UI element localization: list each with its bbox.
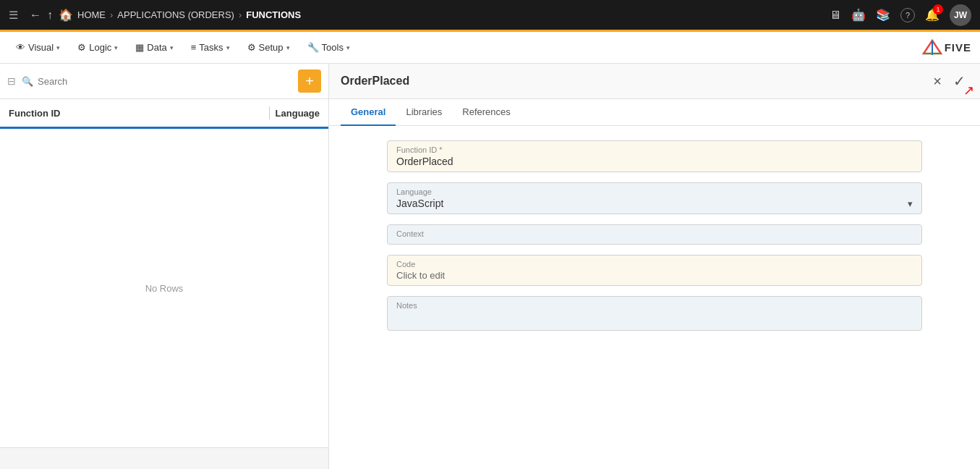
detail-panel: OrderPlaced × ✓ ↗ General Libraries Refe…	[329, 64, 980, 469]
hamburger-icon[interactable]: ☰	[9, 9, 18, 22]
avatar[interactable]: JW	[950, 4, 971, 26]
code-label: Code	[396, 260, 913, 269]
sidebar-header: Function ID Language	[0, 99, 328, 129]
sec-nav-items: 👁 Visual ▾ ⚙ Logic ▾ ▦ Data ▾ ≡ Tasks ▾ …	[9, 38, 357, 57]
function-id-label: Function ID *	[396, 145, 913, 154]
chevron-down-icon-tasks: ▾	[226, 44, 230, 51]
chevron-down-icon-data: ▾	[170, 44, 174, 51]
code-wrap[interactable]: Code Click to edit	[387, 255, 922, 286]
search-input-wrap: 🔍	[22, 76, 292, 87]
breadcrumb: 🏠 HOME › APPLICATIONS (ORDERS) › FUNCTIO…	[59, 8, 301, 22]
monitor-icon[interactable]: 🖥	[830, 9, 841, 22]
function-id-value: OrderPlaced	[396, 156, 913, 167]
tab-references[interactable]: References	[452, 99, 520, 126]
col-divider	[269, 106, 270, 119]
notes-label: Notes	[396, 301, 913, 310]
nav-setup[interactable]: ⚙ Setup ▾	[240, 38, 297, 57]
secondary-nav: 👁 Visual ▾ ⚙ Logic ▾ ▦ Data ▾ ≡ Tasks ▾ …	[0, 32, 980, 64]
chevron-down-icon-language: ▾	[908, 198, 913, 209]
notes-field: Notes	[387, 296, 922, 331]
col-language: Language	[276, 108, 320, 119]
nav-logic[interactable]: ⚙ Logic ▾	[70, 38, 125, 57]
setup-icon: ⚙	[247, 42, 256, 53]
language-select-wrap: JavaScript ▾	[396, 198, 913, 209]
detail-actions: × ✓ ↗	[930, 71, 968, 91]
sidebar-search-bar: ⊟ 🔍 +	[0, 64, 328, 99]
back-icon[interactable]: ←	[30, 9, 41, 22]
notes-wrap[interactable]: Notes	[387, 296, 922, 331]
breadcrumb-sep-2: ›	[239, 9, 242, 20]
check-button[interactable]: ✓	[950, 71, 968, 91]
sidebar-body: No Rows	[0, 129, 328, 447]
nav-tools-label: Tools	[322, 42, 344, 53]
main-area: ⊟ 🔍 + Function ID Language No Rows Order…	[0, 64, 980, 469]
add-button[interactable]: +	[298, 69, 321, 93]
robot-icon[interactable]: 🤖	[851, 8, 866, 22]
close-button[interactable]: ×	[930, 72, 945, 91]
language-wrap[interactable]: Language JavaScript ▾	[387, 182, 922, 214]
nav-visual-label: Visual	[28, 42, 54, 53]
context-label: Context	[396, 229, 913, 238]
five-logo-text: FIVE	[945, 41, 971, 54]
breadcrumb-home[interactable]: HOME	[77, 9, 106, 20]
eye-icon: 👁	[16, 42, 25, 53]
language-value: JavaScript	[396, 198, 443, 209]
help-icon[interactable]: ?	[900, 8, 915, 22]
search-input[interactable]	[38, 76, 292, 87]
filter-icon: ⊟	[7, 75, 16, 87]
tab-libraries[interactable]: Libraries	[396, 99, 452, 126]
col-function-id: Function ID	[9, 108, 263, 119]
data-icon: ▦	[135, 42, 144, 53]
nav-tasks[interactable]: ≡ Tasks ▾	[184, 38, 237, 57]
breadcrumb-orders[interactable]: APPLICATIONS (ORDERS)	[117, 9, 234, 20]
top-bar-left: ☰ ← ↑ 🏠 HOME › APPLICATIONS (ORDERS) › F…	[9, 8, 301, 22]
sidebar-footer	[0, 447, 328, 469]
logic-icon: ⚙	[77, 42, 86, 53]
function-id-field: Function ID * OrderPlaced	[387, 140, 922, 172]
context-wrap[interactable]: Context	[387, 224, 922, 245]
breadcrumb-functions[interactable]: FUNCTIONS	[246, 9, 301, 20]
nav-logic-label: Logic	[89, 42, 111, 53]
nav-tasks-label: Tasks	[199, 42, 223, 53]
context-field: Context	[387, 224, 922, 245]
top-bar-right: 🖥 🤖 📚 ? 🔔 1 JW	[830, 4, 971, 26]
check-btn-wrap: ✓ ↗	[950, 71, 968, 91]
nav-visual[interactable]: 👁 Visual ▾	[9, 38, 67, 57]
language-label: Language	[396, 187, 913, 196]
form-area: Function ID * OrderPlaced Language JavaS…	[329, 126, 980, 469]
breadcrumb-sep-1: ›	[110, 9, 113, 20]
nav-tools[interactable]: 🔧 Tools ▾	[300, 38, 357, 57]
language-field: Language JavaScript ▾	[387, 182, 922, 214]
chevron-down-icon: ▾	[56, 44, 60, 51]
up-icon[interactable]: ↑	[47, 9, 53, 22]
search-icon: 🔍	[22, 76, 33, 87]
home-icon[interactable]: 🏠	[59, 8, 73, 22]
five-logo-icon	[922, 39, 942, 56]
top-bar: ☰ ← ↑ 🏠 HOME › APPLICATIONS (ORDERS) › F…	[0, 0, 980, 32]
notification-bell[interactable]: 🔔 1	[925, 8, 939, 22]
no-rows-message: No Rows	[145, 283, 184, 294]
books-icon[interactable]: 📚	[876, 8, 890, 22]
sidebar: ⊟ 🔍 + Function ID Language No Rows	[0, 64, 329, 469]
detail-header: OrderPlaced × ✓ ↗	[329, 64, 980, 99]
chevron-down-icon-setup: ▾	[286, 44, 290, 51]
tabs: General Libraries References	[329, 99, 980, 126]
tab-general[interactable]: General	[341, 99, 396, 126]
nav-setup-label: Setup	[259, 42, 284, 53]
code-field: Code Click to edit	[387, 255, 922, 286]
notification-badge: 1	[933, 4, 943, 14]
detail-title: OrderPlaced	[341, 75, 409, 88]
chevron-down-icon-tools: ▾	[346, 44, 350, 51]
nav-data[interactable]: ▦ Data ▾	[128, 38, 180, 57]
tools-icon: 🔧	[307, 42, 319, 53]
five-logo: FIVE	[922, 39, 971, 56]
chevron-down-icon-logic: ▾	[114, 44, 118, 51]
code-value[interactable]: Click to edit	[396, 270, 913, 281]
function-id-wrap[interactable]: Function ID * OrderPlaced	[387, 140, 922, 172]
tasks-icon: ≡	[191, 42, 197, 53]
nav-data-label: Data	[147, 42, 166, 53]
